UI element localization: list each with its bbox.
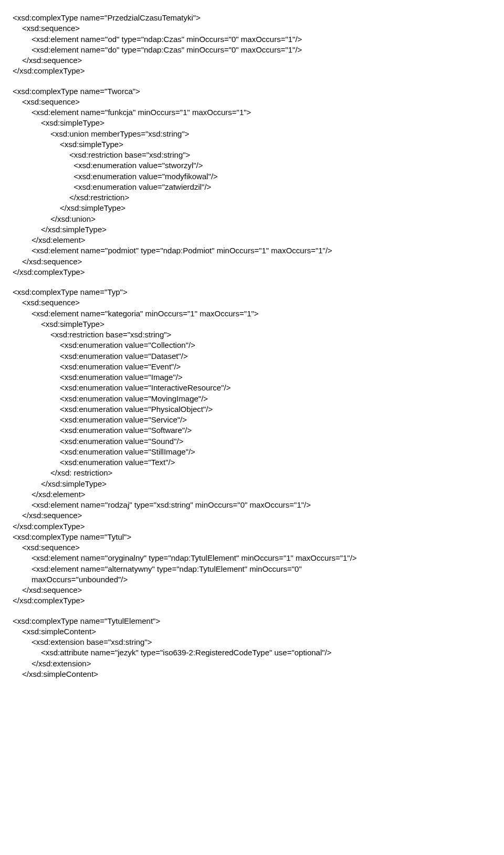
code-line: <xsd:enumeration value="Dataset"/>	[13, 351, 491, 362]
code-line: <xsd:enumeration value="stworzyl"/>	[13, 160, 491, 171]
code-line: <xsd:sequence>	[13, 542, 491, 553]
code-line: <xsd:element name="oryginalny" type="nda…	[13, 553, 491, 563]
code-line: <xsd:enumeration value="modyfikowal"/>	[13, 171, 491, 182]
code-line: </xsd:simpleType>	[13, 479, 491, 489]
code-line: <xsd:restriction base="xsd:string">	[13, 150, 491, 160]
code-line: <xsd:element name="podmiot" type="ndap:P…	[13, 245, 491, 256]
code-line: </xsd:element>	[13, 235, 491, 245]
code-line: <xsd:complexType name="Typ">	[13, 287, 491, 297]
code-line: <xsd:enumeration value="zatwierdzil"/>	[13, 182, 491, 192]
blank-line	[13, 277, 491, 287]
code-line: </xsd:element>	[13, 489, 491, 500]
code-line: <xsd:enumeration value="Image"/>	[13, 372, 491, 383]
code-line: <xsd:sequence>	[13, 23, 491, 34]
code-line: <xsd:enumeration value="Collection"/>	[13, 340, 491, 351]
blank-line	[13, 77, 491, 86]
code-line: <xsd:attribute name="jezyk" type="iso639…	[13, 647, 491, 658]
code-line: </xsd:complexType>	[13, 595, 491, 606]
code-line: </xsd:sequence>	[13, 510, 491, 521]
code-line: </xsd:sequence>	[13, 585, 491, 595]
code-line: </xsd:restriction>	[13, 192, 491, 203]
code-line: <xsd:element name="alternatywny" type="n…	[13, 564, 491, 574]
code-line: <xsd:union memberTypes="xsd:string">	[13, 129, 491, 139]
code-line: <xsd:simpleType>	[13, 118, 491, 128]
code-line: <xsd:enumeration value="Sound"/>	[13, 436, 491, 447]
code-line: <xsd:element name="do" type="ndap:Czas" …	[13, 45, 491, 55]
code-line: <xsd:sequence>	[13, 97, 491, 107]
code-line: </xsd:simpleType>	[13, 224, 491, 235]
code-line: <xsd:simpleContent>	[13, 626, 491, 637]
code-line: <xsd:enumeration value="InteractiveResou…	[13, 383, 491, 393]
code-line: <xsd:enumeration value="MovingImage"/>	[13, 394, 491, 404]
code-line: </xsd:sequence>	[13, 55, 491, 66]
code-line: <xsd:element name="od" type="ndap:Czas" …	[13, 34, 491, 45]
code-line: <xsd:simpleType>	[13, 139, 491, 150]
code-line: </xsd:sequence>	[13, 256, 491, 267]
code-line: </xsd: restriction>	[13, 468, 491, 478]
code-line: <xsd:enumeration value="Software"/>	[13, 425, 491, 436]
code-line: <xsd:complexType name="Tworca">	[13, 86, 491, 97]
code-line: <xsd:extension base="xsd:string">	[13, 637, 491, 647]
code-line: <xsd:enumeration value="StillImage"/>	[13, 447, 491, 457]
code-line: <xsd:complexType name="PrzedzialCzasuTem…	[13, 13, 491, 23]
code-line: </xsd:complexType>	[13, 267, 491, 277]
code-line: </xsd:union>	[13, 214, 491, 224]
code-line: <xsd:enumeration value="PhysicalObject"/…	[13, 404, 491, 415]
code-line: </xsd:complexType>	[13, 521, 491, 532]
code-line: <xsd:enumeration value="Text"/>	[13, 457, 491, 468]
code-line: </xsd:simpleType>	[13, 203, 491, 213]
code-line: </xsd:extension>	[13, 658, 491, 669]
code-line: maxOccurs="unbounded"/>	[13, 574, 491, 585]
code-line: <xsd:enumeration value="Service"/>	[13, 415, 491, 425]
xsd-document: <xsd:complexType name="PrzedzialCzasuTem…	[13, 13, 491, 679]
code-line: <xsd:complexType name="Tytul">	[13, 532, 491, 542]
code-line: <xsd:sequence>	[13, 297, 491, 308]
code-line: <xsd:element name="rodzaj" type="xsd:str…	[13, 500, 491, 510]
blank-line	[13, 606, 491, 616]
code-line: <xsd:element name="kategoria" minOccurs=…	[13, 308, 491, 319]
code-line: </xsd:simpleContent>	[13, 669, 491, 679]
code-line: <xsd:element name="funkcja" minOccurs="1…	[13, 107, 491, 118]
code-line: <xsd:enumeration value="Event"/>	[13, 362, 491, 372]
code-line: <xsd:complexType name="TytulElement">	[13, 616, 491, 626]
code-line: <xsd:simpleType>	[13, 319, 491, 329]
code-line: <xsd:restriction base="xsd:string">	[13, 329, 491, 340]
code-line: </xsd:complexType>	[13, 66, 491, 76]
